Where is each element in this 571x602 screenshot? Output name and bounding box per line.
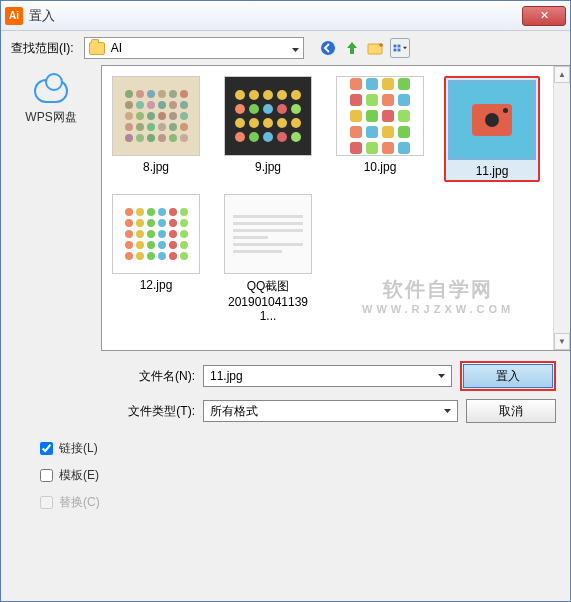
file-list[interactable]: 8.jpg 9.jpg 10.jpg <box>101 65 570 351</box>
lookin-label: 查找范围(I): <box>11 40 74 57</box>
location-text: AI <box>111 41 122 55</box>
thumbnail <box>112 194 200 274</box>
file-name: 9.jpg <box>255 160 281 174</box>
svg-rect-4 <box>393 49 396 52</box>
thumbnail <box>224 194 312 274</box>
file-item[interactable]: 8.jpg <box>108 76 204 182</box>
form: 文件名(N): 11.jpg 置入 文件类型(T): 所有格式 <box>101 351 570 441</box>
chevron-down-icon <box>438 374 445 378</box>
svg-point-0 <box>321 41 335 55</box>
nav-back-button[interactable] <box>318 38 338 58</box>
file-item[interactable]: 9.jpg <box>220 76 316 182</box>
file-name: 10.jpg <box>364 160 397 174</box>
file-name: 12.jpg <box>140 278 173 292</box>
filename-input[interactable]: 11.jpg <box>203 365 452 387</box>
camera-icon <box>472 104 512 136</box>
file-item[interactable]: 12.jpg <box>108 194 204 323</box>
options: 链接(L) 模板(E) 替换(C) <box>20 430 120 531</box>
place-button[interactable]: 置入 <box>460 361 556 391</box>
thumbnail <box>336 76 424 156</box>
file-name: QQ截图201901041139​1... <box>220 278 316 323</box>
chevron-down-icon <box>292 41 299 55</box>
titlebar: Ai 置入 ✕ <box>1 1 570 31</box>
place-dialog: Ai 置入 ✕ 查找范围(I): AI <box>0 0 571 602</box>
thumbnail <box>224 76 312 156</box>
filetype-dropdown[interactable]: 所有格式 <box>203 400 458 422</box>
thumbnail <box>112 76 200 156</box>
nav-newfolder-button[interactable] <box>366 38 386 58</box>
template-checkbox[interactable]: 模板(E) <box>40 467 100 484</box>
nav-viewmode-button[interactable] <box>390 38 410 58</box>
filename-label: 文件名(N): <box>115 368 195 385</box>
file-name: 8.jpg <box>143 160 169 174</box>
replace-checkbox: 替换(C) <box>40 494 100 511</box>
cancel-button[interactable]: 取消 <box>466 399 556 423</box>
main: 8.jpg 9.jpg 10.jpg <box>101 65 570 601</box>
file-item[interactable]: 10.jpg <box>332 76 428 182</box>
cloud-icon <box>34 79 68 103</box>
nav-up-button[interactable] <box>342 38 362 58</box>
svg-rect-2 <box>393 45 396 48</box>
scroll-down-icon[interactable]: ▼ <box>554 333 570 350</box>
scrollbar[interactable]: ▲ ▼ <box>553 66 570 350</box>
window-title: 置入 <box>29 7 522 25</box>
file-item[interactable]: QQ截图201901041139​1... <box>220 194 316 323</box>
file-item-selected[interactable]: 11.jpg <box>444 76 540 182</box>
nav-icons <box>318 38 410 58</box>
folder-icon <box>89 42 105 55</box>
link-checkbox[interactable]: 链接(L) <box>40 440 100 457</box>
location-dropdown[interactable]: AI <box>84 37 304 59</box>
bottom-area <box>101 441 570 601</box>
svg-rect-3 <box>397 45 400 48</box>
close-button[interactable]: ✕ <box>522 6 566 26</box>
toolbar: 查找范围(I): AI <box>1 31 570 65</box>
svg-rect-5 <box>397 49 400 52</box>
chevron-down-icon <box>444 409 451 413</box>
app-icon: Ai <box>5 7 23 25</box>
wps-cloud-item[interactable]: WPS网盘 <box>25 109 76 126</box>
file-name: 11.jpg <box>476 164 509 178</box>
thumbnail <box>448 80 536 160</box>
filetype-label: 文件类型(T): <box>115 403 195 420</box>
scroll-up-icon[interactable]: ▲ <box>554 66 570 83</box>
